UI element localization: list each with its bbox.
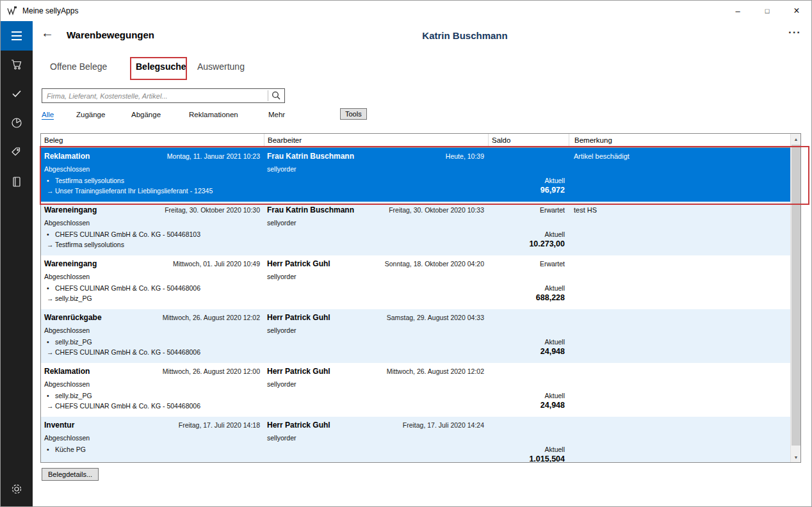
beleg-details-button[interactable]: Belegdetails... (42, 468, 99, 481)
editor-date: Sonntag, 18. Oktober 2020 04:20 (385, 260, 484, 268)
target-party: CHEFS CULINAR GmbH & Co. KG - 504468006 (55, 402, 200, 410)
expected-label: Erwartet (540, 206, 565, 214)
editor-name: Herr Patrick Guhl (267, 367, 330, 376)
tools-button[interactable]: Tools (340, 108, 367, 120)
table-row[interactable]: Wareneingang Freitag, 30. Oktober 2020 1… (41, 202, 790, 255)
tab-belegsuche[interactable]: Belegsuche (136, 61, 186, 72)
editor-name: Frau Katrin Buschmann (267, 152, 354, 161)
saldo-cell: Erwartet Aktuell 688,228 (488, 255, 569, 309)
filter-alle[interactable]: Alle (42, 111, 54, 120)
doc-date: Mittwoch, 26. August 2020 12:00 (163, 367, 260, 375)
editor-role: sellyorder (267, 326, 296, 334)
sidebar-item-cart[interactable] (1, 51, 33, 80)
editor-name: Frau Katrin Buschmann (267, 205, 354, 214)
column-header-saldo[interactable]: Saldo (488, 134, 569, 147)
target-party: CHEFS CULINAR GmbH & Co. KG - 504468006 (55, 348, 200, 356)
target-arrow-icon: → (47, 402, 55, 410)
minimize-button[interactable]: – (723, 1, 752, 21)
doc-status: Abgeschlossen (44, 380, 90, 388)
saldo-amount: 1.015,504 (529, 455, 565, 462)
saldo-cell: Erwartet Aktuell 10.273,00 (488, 202, 569, 255)
sidebar-item-catalog[interactable] (1, 168, 33, 198)
beleg-cell: Wareneingang Mittwoch, 01. Juli 2020 10:… (41, 255, 264, 309)
target-arrow-icon: → (47, 348, 55, 356)
current-user-name: Katrin Buschmann (422, 30, 507, 41)
source-party: Küche PG (55, 446, 86, 453)
sidebar-item-labels[interactable] (1, 139, 33, 168)
scrollbar-thumb[interactable] (792, 145, 800, 446)
source-party: Testfirma sellysolutions (55, 177, 124, 184)
settings-button[interactable] (1, 476, 33, 505)
beleg-cell: Inventur Freitag, 17. Juli 2020 14:18 Ab… (41, 417, 264, 462)
search-icon[interactable] (272, 91, 281, 101)
scroll-down-button[interactable]: ▼ (791, 452, 801, 462)
table-row[interactable]: Warenrückgabe Mittwoch, 26. August 2020 … (41, 309, 790, 363)
doc-type: Inventur (44, 421, 74, 430)
column-header-bearbeiter[interactable]: Bearbeiter (264, 134, 488, 147)
source-bullet-icon: • (47, 338, 55, 346)
source-bullet-icon: • (47, 177, 55, 184)
aktuell-label: Aktuell (544, 284, 565, 292)
bearbeiter-cell: Herr Patrick Guhl Freitag, 17. Juli 2020… (264, 417, 488, 462)
sidebar (1, 21, 33, 506)
remark-cell (569, 417, 790, 462)
remark-cell (569, 255, 790, 309)
doc-type: Reklamation (44, 367, 90, 376)
source-bullet-icon: • (47, 446, 55, 453)
results-table: Beleg Bearbeiter Saldo Bemerkung Reklama… (40, 133, 801, 463)
remark-cell (569, 363, 790, 417)
doc-date: Mittwoch, 26. August 2020 12:02 (163, 314, 260, 321)
beleg-cell: Reklamation Montag, 11. Januar 2021 10:2… (41, 148, 264, 202)
more-options-button[interactable]: ··· (788, 26, 801, 39)
editor-role: sellyorder (267, 273, 296, 280)
maximize-button[interactable]: □ (752, 1, 782, 21)
table-header: Beleg Bearbeiter Saldo Bemerkung (41, 134, 790, 148)
pie-chart-icon (10, 117, 23, 132)
vertical-scrollbar[interactable]: ▲ ▼ (790, 134, 800, 462)
filter-reklamationen[interactable]: Reklamationen (189, 111, 238, 118)
search-box (42, 88, 285, 103)
table-row[interactable]: Inventur Freitag, 17. Juli 2020 14:18 Ab… (41, 417, 790, 462)
search-input[interactable] (42, 88, 285, 103)
aktuell-label: Aktuell (544, 177, 565, 184)
column-header-bemerkung[interactable]: Bemerkung (569, 134, 790, 147)
sidebar-item-statistics[interactable] (1, 109, 33, 139)
scroll-up-button[interactable]: ▲ (791, 134, 801, 144)
source-party: CHEFS CULINAR GmbH & Co. KG - 504468103 (55, 230, 200, 238)
target-party: selly.biz_PG (55, 294, 92, 302)
editor-name: Herr Patrick Guhl (267, 421, 330, 430)
saldo-cell: Aktuell 1.015,504 (488, 417, 569, 462)
aktuell-label: Aktuell (544, 338, 565, 346)
table-row[interactable]: Wareneingang Mittwoch, 01. Juli 2020 10:… (41, 255, 790, 309)
source-party: selly.biz_PG (55, 338, 92, 346)
tab-offene-belege[interactable]: Offene Belege (50, 61, 107, 72)
beleg-cell: Reklamation Mittwoch, 26. August 2020 12… (41, 363, 264, 417)
table-row[interactable]: Reklamation Montag, 11. Januar 2021 10:2… (41, 148, 790, 202)
back-button[interactable]: ← (41, 26, 54, 40)
bearbeiter-cell: Herr Patrick Guhl Samstag, 29. August 20… (264, 309, 488, 363)
main-area: ← Warenbewegungen Katrin Buschmann ··· O… (33, 21, 811, 506)
sidebar-item-orders[interactable] (1, 80, 33, 109)
saldo-amount: 24,948 (540, 401, 565, 410)
saldo-amount: 10.273,00 (529, 239, 565, 248)
filter-zugaenge[interactable]: Zugänge (76, 111, 105, 118)
editor-date: Freitag, 17. Juli 2020 14:24 (403, 421, 484, 429)
doc-status: Abgeschlossen (44, 326, 90, 334)
column-header-beleg[interactable]: Beleg (41, 134, 264, 147)
editor-role: sellyorder (267, 165, 296, 173)
editor-date: Heute, 10:39 (446, 152, 484, 160)
tab-auswertung[interactable]: Auswertung (197, 61, 245, 72)
source-bullet-icon: • (47, 230, 55, 238)
saldo-amount: 688,228 (536, 293, 565, 302)
source-bullet-icon: • (47, 392, 55, 399)
filter-mehr[interactable]: Mehr (268, 111, 285, 118)
hamburger-menu-button[interactable] (1, 21, 33, 51)
target-party: Testfirma sellysolutions (55, 241, 124, 248)
bearbeiter-cell: Frau Katrin Buschmann Freitag, 30. Oktob… (264, 202, 488, 255)
tag-icon (10, 146, 23, 161)
close-button[interactable]: × (782, 1, 811, 21)
window-title: Meine sellyApps (22, 6, 78, 15)
remark-cell: Artikel beschädigt (569, 148, 790, 202)
filter-abgaenge[interactable]: Abgänge (131, 111, 161, 118)
table-row[interactable]: Reklamation Mittwoch, 26. August 2020 12… (41, 363, 790, 417)
